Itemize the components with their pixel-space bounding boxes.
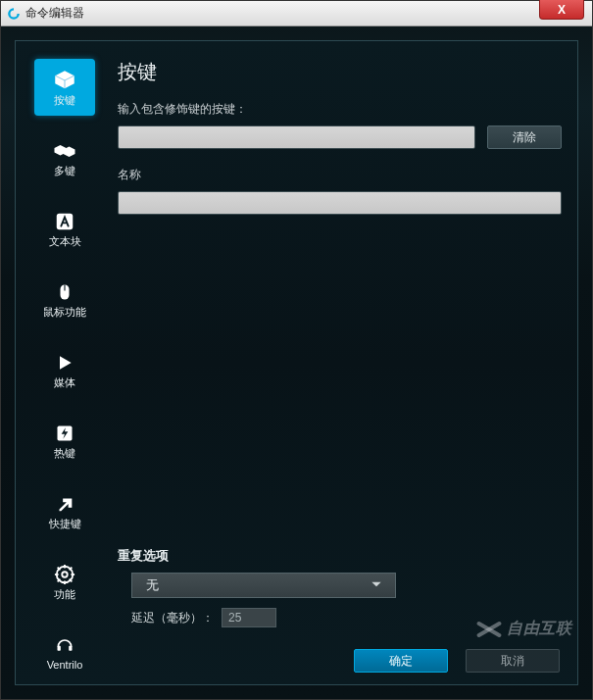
sidebar-item-label: 按键	[54, 95, 75, 106]
content-area: 按键 多键 文本块	[1, 26, 592, 699]
sidebar-item-textblock[interactable]: 文本块	[34, 200, 95, 257]
command-editor-window: 命令编辑器 X 按键 多键	[0, 0, 593, 700]
sidebar-item-mouse[interactable]: 鼠标功能	[34, 271, 95, 327]
sidebar-item-function[interactable]: 功能	[34, 553, 95, 610]
close-button[interactable]: X	[539, 0, 584, 20]
repeat-section: 重复选项 无 延迟（毫秒）：	[118, 547, 562, 627]
svg-rect-15	[69, 645, 72, 650]
arrow-icon	[52, 493, 77, 515]
close-icon: X	[558, 3, 566, 17]
repeat-title: 重复选项	[118, 547, 562, 565]
spacer	[118, 232, 562, 547]
sidebar-item-label: 多键	[54, 166, 75, 176]
name-input[interactable]	[118, 191, 562, 215]
main-pane: 按键 输入包含修饰键的按键： 清除 名称 重复选项 无	[114, 41, 577, 684]
sidebar-item-label: 热键	[54, 448, 75, 459]
name-label: 名称	[118, 167, 562, 183]
sidebar-item-ventrilo[interactable]: Ventrilo	[34, 624, 95, 680]
titlebar: 命令编辑器 X	[1, 1, 592, 26]
name-row	[118, 191, 562, 215]
sidebar-item-label: 功能	[54, 589, 75, 600]
svg-rect-14	[58, 645, 61, 650]
cancel-button[interactable]: 取消	[466, 649, 560, 673]
keystroke-row: 清除	[118, 125, 562, 149]
sidebar-item-keystroke[interactable]: 按键	[34, 59, 95, 116]
delay-row: 延迟（毫秒）：	[131, 608, 562, 627]
keys-icon	[52, 140, 77, 162]
headset-icon	[52, 634, 77, 656]
mouse-icon	[52, 281, 77, 303]
footer: 确定 取消	[118, 649, 562, 673]
sidebar-item-label: 媒体	[54, 377, 75, 388]
ok-button[interactable]: 确定	[354, 649, 448, 673]
sidebar-item-shortcut[interactable]: 快捷键	[34, 482, 95, 539]
sidebar-item-multikey[interactable]: 多键	[34, 129, 95, 186]
play-icon	[52, 352, 77, 374]
delay-label: 延迟（毫秒）：	[131, 610, 214, 626]
keycap-icon	[52, 70, 77, 91]
repeat-dropdown[interactable]: 无	[131, 573, 396, 598]
sidebar: 按键 多键 文本块	[16, 41, 114, 684]
window-title: 命令编辑器	[25, 5, 84, 22]
sidebar-item-label: Ventrilo	[47, 660, 83, 671]
app-logo-icon	[7, 7, 21, 21]
panel: 按键 多键 文本块	[15, 40, 578, 685]
sidebar-item-hotkeys[interactable]: 热键	[34, 412, 95, 469]
keystroke-input[interactable]	[118, 125, 475, 149]
repeat-selected: 无	[146, 576, 159, 594]
gear-icon	[52, 564, 77, 585]
chevron-down-icon	[368, 577, 385, 594]
sidebar-item-label: 鼠标功能	[43, 307, 86, 318]
keystroke-label: 输入包含修饰键的按键：	[118, 101, 562, 118]
delay-input[interactable]	[222, 608, 276, 627]
sidebar-item-media[interactable]: 媒体	[34, 341, 95, 398]
page-heading: 按键	[118, 59, 562, 85]
sidebar-item-label: 文本块	[49, 236, 81, 247]
sidebar-item-label: 快捷键	[49, 519, 81, 529]
clear-button[interactable]: 清除	[487, 125, 562, 149]
bolt-icon	[52, 423, 77, 444]
text-icon	[52, 211, 77, 232]
svg-point-5	[62, 572, 68, 577]
